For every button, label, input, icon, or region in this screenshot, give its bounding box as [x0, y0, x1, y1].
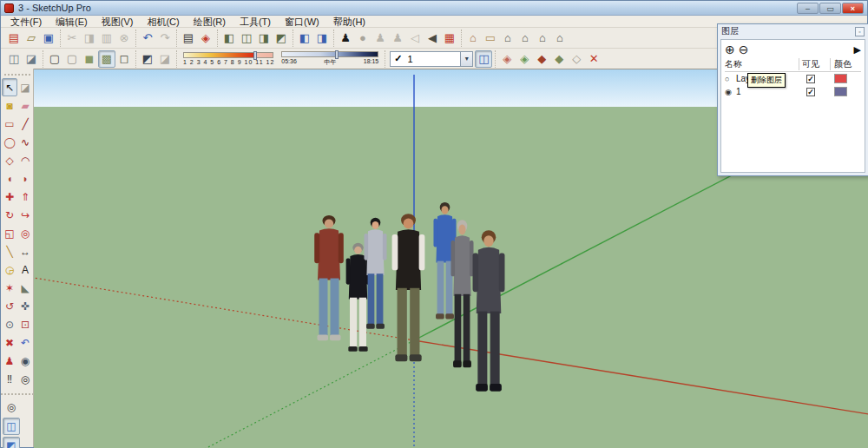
- select-tool[interactable]: ↖: [2, 78, 17, 96]
- shadow-dialog-icon[interactable]: ◩: [139, 50, 156, 68]
- previous-view-tool[interactable]: ↶: [17, 333, 33, 352]
- section-cut-tool[interactable]: ◩: [3, 437, 20, 448]
- panel-collapse-button[interactable]: ▫: [855, 27, 865, 36]
- arc2-tool[interactable]: ◗: [17, 169, 33, 188]
- add-layer-button[interactable]: ⊕: [725, 43, 735, 56]
- blue-box2-icon[interactable]: ◨: [313, 30, 331, 47]
- layer-color-swatch[interactable]: [834, 87, 847, 96]
- textured-style-icon[interactable]: ▩: [98, 50, 115, 68]
- circle-tool[interactable]: ◯: [2, 133, 17, 151]
- layer-name[interactable]: 1: [736, 87, 799, 96]
- month-slider-track[interactable]: [183, 52, 273, 58]
- zoom-window-tool[interactable]: ⊡: [17, 315, 33, 333]
- view-iso-icon[interactable]: ⌂: [464, 30, 482, 47]
- 3d-text-tool[interactable]: ◣: [17, 279, 33, 297]
- new-icon[interactable]: ▤: [5, 30, 23, 47]
- layer-visible-checkbox[interactable]: [806, 75, 815, 83]
- zoom-tool[interactable]: ⊙: [2, 315, 17, 333]
- move-tool[interactable]: ✚: [2, 188, 17, 206]
- column-header-name[interactable]: 名称: [725, 58, 799, 70]
- save-icon[interactable]: ▣: [40, 30, 57, 47]
- grey-solid-icon[interactable]: ◇: [568, 50, 585, 68]
- blue-box1-icon[interactable]: ◧: [296, 30, 313, 47]
- undo-icon[interactable]: ↶: [139, 30, 156, 47]
- menu-item[interactable]: 文件(F): [4, 16, 48, 27]
- back-edges-style-icon[interactable]: ◪: [23, 50, 40, 68]
- wireframe-style-icon[interactable]: ▢: [46, 50, 63, 68]
- restore-button[interactable]: ▭: [819, 3, 841, 14]
- red-plane-icon[interactable]: ◈: [498, 50, 516, 68]
- scale-tool[interactable]: ◱: [2, 224, 17, 242]
- sail-grey-icon[interactable]: ◁: [406, 30, 424, 47]
- section-plane-tool[interactable]: ◫: [3, 418, 20, 435]
- green-plane-icon[interactable]: ◈: [516, 50, 533, 68]
- make-component-icon[interactable]: ◧: [220, 30, 238, 47]
- pan-tool[interactable]: ✜: [17, 297, 33, 315]
- orbit-tool[interactable]: ↺: [2, 297, 17, 315]
- layer-visible-checkbox[interactable]: [806, 88, 815, 96]
- sail-dark-icon[interactable]: ◀: [424, 30, 441, 47]
- offset-tool[interactable]: ◎: [17, 224, 33, 242]
- freehand-tool[interactable]: ∿: [17, 133, 33, 151]
- dimension-tool[interactable]: ↔: [17, 242, 33, 260]
- polygon-tool[interactable]: ◇: [2, 151, 17, 169]
- view-front-icon[interactable]: ⌂: [499, 30, 516, 47]
- open-icon[interactable]: ▱: [23, 30, 40, 47]
- axes-tool[interactable]: ✶: [2, 279, 17, 297]
- line-tool[interactable]: ╱: [17, 115, 33, 133]
- figures-grey1-icon[interactable]: ♟: [372, 30, 389, 47]
- shadow-time-slider[interactable]: 05:36 中午 18:15: [281, 51, 378, 67]
- layer-active-radio[interactable]: [725, 75, 733, 83]
- layer-combo[interactable]: ✓ 1 ▾: [390, 51, 473, 67]
- rectangle-tool[interactable]: ▭: [2, 115, 17, 133]
- view-left-icon[interactable]: ⌂: [551, 30, 569, 47]
- eraser-tool[interactable]: ▰: [17, 96, 33, 115]
- month-slider-thumb[interactable]: [253, 51, 257, 60]
- pie-tool[interactable]: ◖: [2, 169, 17, 188]
- eraser-cube-tool[interactable]: ◪: [17, 78, 33, 96]
- menu-item[interactable]: 工具(T): [233, 16, 277, 27]
- follow-me-tool[interactable]: ↪: [17, 206, 33, 224]
- tape-measure-tool[interactable]: ╲: [2, 242, 17, 260]
- menu-item[interactable]: 相机(C): [141, 16, 185, 27]
- component-options-icon[interactable]: ◫: [238, 30, 255, 47]
- chevron-down-icon[interactable]: ▾: [460, 52, 472, 66]
- close-button[interactable]: ×: [842, 3, 864, 14]
- arc-tool[interactable]: ◠: [17, 151, 33, 169]
- look-around-tool[interactable]: ◉: [17, 352, 33, 370]
- delete-guides-icon[interactable]: ✕: [585, 50, 602, 68]
- view-top-icon[interactable]: ▭: [482, 30, 499, 47]
- shadow-month-slider[interactable]: 1 2 3 4 5 6 7 8 9 10 11 12: [183, 52, 274, 65]
- text-tool[interactable]: A: [17, 260, 33, 279]
- model-info-icon[interactable]: ◈: [197, 30, 214, 47]
- layer-active-radio[interactable]: [725, 88, 733, 96]
- time-slider-track[interactable]: [281, 51, 378, 57]
- figures-dark-icon[interactable]: ♟: [337, 30, 354, 47]
- layer-row[interactable]: 1: [725, 85, 861, 98]
- view-right-icon[interactable]: ⌂: [516, 30, 534, 47]
- xray-style-icon[interactable]: ◫: [5, 50, 23, 68]
- minimize-button[interactable]: –: [797, 3, 819, 14]
- cut-icon[interactable]: ✂: [63, 30, 81, 47]
- protractor-tool[interactable]: ◶: [2, 260, 17, 279]
- view-back-icon[interactable]: ⌂: [534, 30, 551, 47]
- column-header-visible[interactable]: 可见: [799, 58, 831, 70]
- time-slider-thumb[interactable]: [335, 50, 339, 59]
- hidden-line-style-icon[interactable]: ▢: [63, 50, 81, 68]
- olive-solid-icon[interactable]: ◆: [550, 50, 568, 68]
- walk-tool[interactable]: ‼: [2, 370, 17, 388]
- monochrome-style-icon[interactable]: ◻: [115, 50, 133, 68]
- menu-item[interactable]: 窗口(W): [279, 16, 326, 27]
- paint-bucket-tool[interactable]: ◙: [2, 96, 17, 115]
- paste-icon[interactable]: ▥: [98, 30, 115, 47]
- red-grid-icon[interactable]: ▦: [441, 30, 458, 47]
- component-browser-icon[interactable]: ◩: [273, 30, 290, 47]
- crosshair-tool[interactable]: ◎: [3, 399, 20, 416]
- layer-manager-button[interactable]: ◫: [475, 50, 492, 68]
- red-solid-icon[interactable]: ◆: [533, 50, 550, 68]
- shaded-style-icon[interactable]: ◼: [81, 50, 98, 68]
- layer-color-swatch[interactable]: [834, 74, 847, 83]
- position-camera-tool[interactable]: ♟: [2, 352, 17, 370]
- menu-item[interactable]: 帮助(H): [327, 16, 372, 27]
- figures-grey2-icon[interactable]: ♟: [389, 30, 406, 47]
